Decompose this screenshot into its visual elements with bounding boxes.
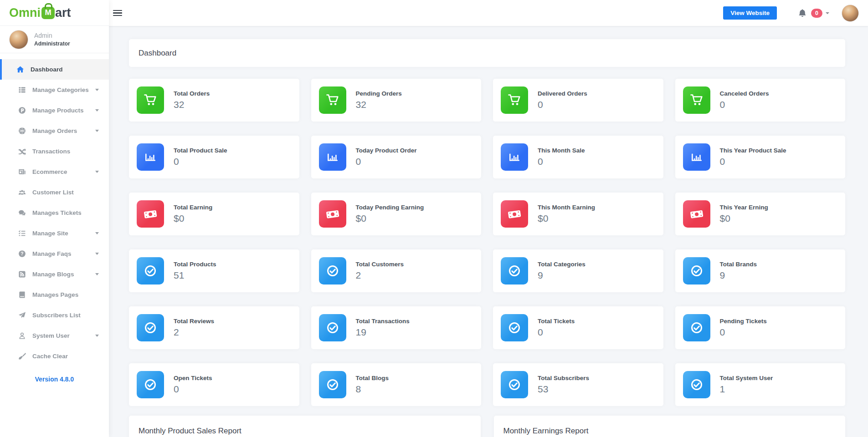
admin-name: Admin: [34, 32, 70, 39]
stat-label: Total Products: [174, 261, 216, 268]
stat-card-pending-tickets: Pending Tickets0: [675, 306, 846, 349]
rss-icon: [17, 270, 26, 278]
money-icon: [137, 200, 164, 228]
stat-label: This Month Earning: [538, 204, 595, 211]
stat-label: Total Transactions: [356, 318, 410, 325]
sidebar-item-label: Manages Pages: [32, 291, 78, 298]
check-circle-icon: [319, 314, 346, 341]
stat-value: 0: [538, 327, 575, 338]
stat-card-this-year-earning: This Year Erning$0: [675, 193, 846, 235]
check-circle-icon: [319, 257, 346, 285]
sidebar-item-manage-blogs[interactable]: Manage Blogs: [0, 264, 109, 285]
stat-card-total-products: Total Products51: [129, 249, 299, 292]
sidebar-item-manage-faqs[interactable]: Manage Faqs: [0, 244, 109, 264]
cart-icon: [137, 86, 164, 114]
stat-card-total-customers: Total Customers2: [311, 249, 482, 292]
monthly-product-sales-report-card: Monthly Product Sales Report: [129, 416, 481, 437]
stats-grid: Total Orders32 Pending Orders32 Delivere…: [129, 79, 845, 406]
stat-value: $0: [174, 213, 212, 224]
sidebar-item-dashboard[interactable]: Dashboard: [0, 59, 109, 80]
stat-card-pending-orders: Pending Orders32: [311, 79, 482, 122]
question-circle-icon: [17, 250, 26, 258]
sidebar: OmniMart Admin Administrator Dashboard M…: [0, 0, 109, 437]
check-circle-icon: [683, 257, 710, 285]
check-circle-icon: [137, 257, 164, 285]
newspaper-icon: [17, 168, 26, 176]
user-avatar[interactable]: [842, 5, 859, 22]
sidebar-item-customer-list[interactable]: Customer List: [0, 182, 109, 203]
logo[interactable]: OmniMart: [0, 0, 109, 26]
stat-card-total-reviews: Total Reviews2: [129, 306, 299, 349]
sidebar-item-subscribers-list[interactable]: Subscribers List: [0, 305, 109, 325]
report-title: Monthly Product Sales Report: [139, 427, 471, 436]
stat-card-total-subscribers: Total Subscribers53: [493, 363, 663, 406]
stat-label: This Year Erning: [720, 204, 768, 211]
logo-part2: art: [55, 6, 71, 20]
stat-value: 0: [174, 156, 227, 167]
notification-badge: 0: [811, 9, 822, 18]
stat-value: 0: [538, 99, 587, 110]
sidebar-item-label: Manages Tickets: [32, 209, 82, 216]
sidebar-item-manage-products[interactable]: Manage Products: [0, 100, 109, 121]
sidebar-item-manages-tickets[interactable]: Manages Tickets: [0, 203, 109, 223]
stat-card-this-month-earning: This Month Earning$0: [493, 193, 663, 235]
sidebar-item-label: Dashboard: [31, 66, 63, 73]
stat-card-total-product-sale: Total Product Sale0: [129, 136, 299, 178]
topbar: View Website 0: [109, 0, 868, 26]
caret-down-icon: [826, 12, 829, 14]
bell-icon: [798, 9, 807, 18]
sidebar-item-manage-categories[interactable]: Manage Categories: [0, 80, 109, 100]
categories-icon: [17, 86, 26, 94]
paper-plane-icon: [17, 311, 26, 319]
cart-icon: [319, 86, 346, 114]
money-icon: [501, 200, 528, 228]
home-icon: [15, 66, 25, 73]
stat-value: $0: [720, 213, 768, 224]
stat-value: $0: [356, 213, 424, 224]
sidebar-item-label: Manage Site: [32, 230, 68, 237]
sidebar-menu: Dashboard Manage Categories Manage Produ…: [0, 53, 109, 366]
sidebar-item-manage-site[interactable]: Manage Site: [0, 223, 109, 244]
stat-label: Total Categories: [538, 261, 586, 268]
dashboard-title-card: Dashboard: [129, 39, 845, 67]
sidebar-item-label: Manage Orders: [32, 127, 77, 134]
stat-label: Total Reviews: [174, 318, 214, 325]
sidebar-item-label: Manage Products: [32, 107, 84, 114]
stat-label: Total System User: [720, 375, 773, 381]
sidebar-item-transactions[interactable]: Transactions: [0, 141, 109, 162]
stat-value: 0: [720, 99, 769, 110]
stat-label: Total Customers: [356, 261, 404, 268]
check-circle-icon: [501, 314, 528, 341]
stat-card-total-categories: Total Categories9: [493, 249, 663, 292]
sidebar-item-manages-pages[interactable]: Manages Pages: [0, 285, 109, 305]
stat-label: Total Tickets: [538, 318, 575, 325]
notifications-dropdown[interactable]: 0: [798, 9, 829, 18]
sidebar-item-cache-clear[interactable]: Cache Clear: [0, 346, 109, 366]
chevron-down-icon: [95, 232, 99, 234]
bar-chart-icon: [683, 143, 710, 171]
check-circle-icon: [683, 314, 710, 341]
admin-profile[interactable]: Admin Administrator: [0, 26, 109, 53]
stat-card-total-transactions: Total Transactions19: [311, 306, 482, 349]
stat-label: Total Subscribers: [538, 375, 589, 381]
stat-card-canceled-orders: Canceled Orders0: [675, 79, 846, 122]
comments-icon: [17, 209, 26, 217]
sidebar-item-label: Manage Blogs: [32, 271, 74, 278]
stat-card-total-brands: Total Brands9: [675, 249, 846, 292]
hamburger-menu-icon[interactable]: [113, 9, 122, 18]
stat-value: 0: [538, 156, 585, 167]
chevron-down-icon: [95, 273, 99, 275]
sidebar-item-label: Subscribers List: [32, 312, 81, 319]
view-website-button[interactable]: View Website: [723, 6, 777, 20]
stat-label: Today Product Order: [356, 147, 417, 154]
sidebar-item-system-user[interactable]: System User: [0, 325, 109, 346]
stat-card-open-tickets: Open Tickets0: [129, 363, 299, 406]
sidebar-item-manage-orders[interactable]: Manage Orders: [0, 121, 109, 141]
orders-globe-icon: [17, 127, 26, 135]
stat-label: Total Product Sale: [174, 147, 227, 154]
stat-value: 32: [356, 99, 402, 110]
sidebar-item-ecommerce[interactable]: Ecommerce: [0, 162, 109, 182]
stat-value: 8: [356, 384, 389, 395]
reports-row: Monthly Product Sales Report Monthly Ear…: [129, 416, 845, 437]
stat-label: Pending Orders: [356, 90, 402, 97]
